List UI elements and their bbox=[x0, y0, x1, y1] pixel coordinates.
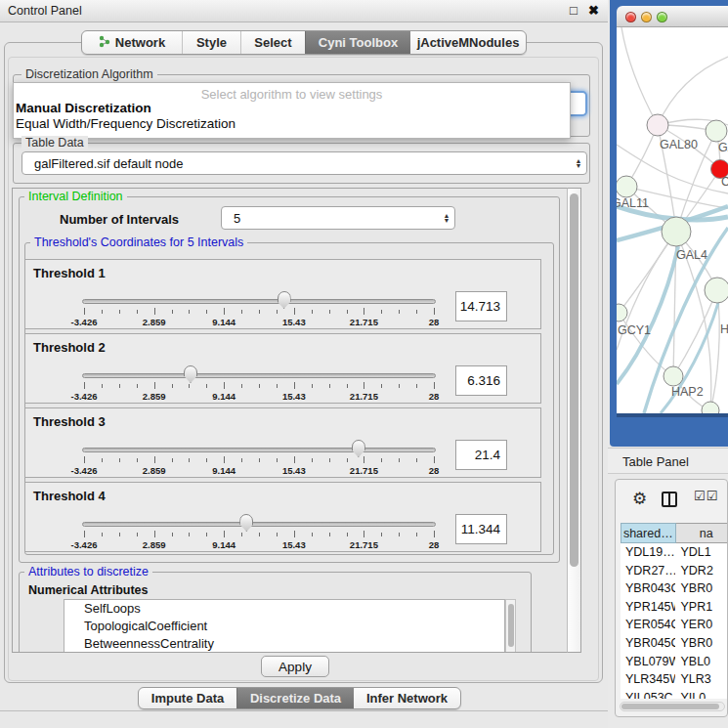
threshold-value-field[interactable]: 6.316 bbox=[455, 365, 507, 396]
table-panel-title: Table Panel bbox=[622, 454, 689, 469]
table-row[interactable]: YLR345WYLR3 bbox=[621, 670, 728, 689]
table-row[interactable]: YDR27…YDR2 bbox=[621, 562, 728, 580]
settings-scroll-viewport: Interval Definition Number of Intervals … bbox=[12, 188, 581, 653]
attribute-list-item[interactable]: SelfLoops bbox=[64, 600, 504, 618]
tick-label: 21.715 bbox=[350, 391, 378, 402]
minimize-traffic-light[interactable] bbox=[641, 12, 652, 22]
zoom-traffic-light[interactable] bbox=[657, 12, 667, 22]
popup-item-equal-width-frequency[interactable]: Equal Width/Frequency Discretization bbox=[14, 116, 570, 132]
threshold-slider-track[interactable] bbox=[82, 448, 436, 452]
threshold-value-field[interactable]: 14.713 bbox=[455, 291, 507, 321]
column-visibility-icon[interactable] bbox=[662, 492, 677, 507]
table-panel-header: Table Panel bbox=[608, 448, 728, 474]
network-tab-icon bbox=[99, 35, 110, 51]
threshold-slider-track[interactable] bbox=[82, 373, 436, 378]
tick-label: 9.144 bbox=[212, 539, 236, 550]
tick-label: 9.144 bbox=[212, 317, 236, 327]
network-node-node-top-right[interactable] bbox=[706, 120, 727, 142]
tick-label: -3.426 bbox=[71, 539, 98, 550]
table-panel-body: ⚙ ☑☑ shared… na YDL19…YDL1YDR27…YDR2YBR0… bbox=[615, 479, 728, 717]
tab-network-label: Network bbox=[115, 35, 165, 50]
threshold-panel-4: Threshold 4-3.4262.8599.14415.4321.71528… bbox=[24, 482, 541, 552]
attributes-title: Attributes to discretize bbox=[24, 565, 152, 578]
attributes-list-scrollbar[interactable] bbox=[505, 599, 516, 653]
table-settings-gear-icon[interactable]: ⚙ bbox=[632, 489, 647, 509]
discretization-algorithm-title: Discretization Algorithm bbox=[21, 67, 157, 81]
tab-discretize-data[interactable]: Discretize Data bbox=[236, 688, 354, 708]
node-label-red-node: C bbox=[721, 175, 728, 189]
network-node-HAP2[interactable] bbox=[664, 366, 683, 386]
slider-ticks bbox=[84, 456, 434, 465]
threshold-value-field[interactable]: 11.344 bbox=[455, 514, 507, 544]
tab-jactivemnodules[interactable]: jActiveMNodules bbox=[410, 31, 526, 54]
threshold-slider-thumb[interactable] bbox=[352, 440, 365, 457]
network-node-bottom-node[interactable] bbox=[702, 402, 719, 413]
tick-label: 28 bbox=[429, 539, 440, 550]
float-window-icon[interactable]: □ bbox=[570, 3, 578, 18]
close-traffic-light[interactable] bbox=[625, 12, 636, 22]
network-node-GAL4[interactable] bbox=[662, 217, 691, 246]
threshold-slider-thumb[interactable] bbox=[184, 365, 197, 383]
algorithm-dropdown-popup: Select algorithm to view settings Manual… bbox=[13, 82, 571, 139]
network-node-GAL11[interactable] bbox=[617, 176, 637, 197]
tab-infer-network[interactable]: Infer Network bbox=[354, 688, 460, 708]
column-header-shared-name[interactable]: shared… bbox=[621, 523, 676, 543]
threshold-panel-1: Threshold 1-3.4262.8599.14415.4321.71528… bbox=[24, 259, 541, 329]
table-horizontal-scrollbar[interactable] bbox=[620, 702, 725, 711]
table-row[interactable]: YBR045CYBR0 bbox=[621, 634, 728, 653]
threshold-slider-track[interactable] bbox=[82, 522, 436, 527]
combobox-arrows-icon: ▲▼ bbox=[439, 213, 454, 223]
node-label-GAL11: GAL11 bbox=[617, 196, 649, 210]
tick-label: 2.859 bbox=[143, 317, 166, 327]
tick-label: 15.43 bbox=[282, 391, 306, 402]
node-label-GAL4: GAL4 bbox=[676, 248, 707, 262]
tick-label: 2.859 bbox=[143, 391, 166, 402]
attribute-list-item[interactable]: BetweennessCentrality bbox=[64, 635, 504, 653]
network-node-GAL80[interactable] bbox=[647, 114, 668, 136]
threshold-slider-track[interactable] bbox=[82, 299, 436, 304]
attribute-list-item[interactable]: TopologicalCoefficient bbox=[64, 618, 504, 635]
tab-network[interactable]: Network bbox=[82, 31, 182, 54]
cyni-bottom-tabbar: Impute Data Discretize Data Infer Networ… bbox=[138, 687, 461, 709]
bottom-separator bbox=[0, 710, 608, 711]
settings-vertical-scrollbar[interactable] bbox=[567, 188, 581, 653]
tick-label: 15.43 bbox=[282, 317, 306, 327]
control-panel-titlebar: Control Panel □ ✖ bbox=[0, 0, 608, 22]
table-row[interactable]: YDL19…YDL1 bbox=[621, 543, 728, 562]
apply-button[interactable]: Apply bbox=[261, 656, 329, 677]
tick-label: 9.144 bbox=[212, 391, 236, 402]
tab-impute-data[interactable]: Impute Data bbox=[139, 688, 236, 708]
threshold-panel-3: Threshold 3-3.4262.8599.14415.4321.71528… bbox=[24, 407, 541, 478]
tab-select[interactable]: Select bbox=[240, 31, 305, 54]
threshold-label: Threshold 3 bbox=[33, 414, 106, 429]
select-rows-checkboxes-icon[interactable]: ☑☑ bbox=[694, 489, 718, 503]
threshold-panel-2: Threshold 2-3.4262.8599.14415.4321.71528… bbox=[24, 333, 541, 404]
node-label-node-top-right: GA bbox=[718, 141, 728, 154]
table-row[interactable]: YIL053CYIL0 bbox=[621, 689, 728, 699]
table-row[interactable]: YBR043CYBR0 bbox=[621, 579, 728, 598]
table-row[interactable]: YER054CYER0 bbox=[621, 616, 728, 634]
number-of-intervals-combobox[interactable]: 5 ▲▼ bbox=[221, 206, 455, 230]
table-data-combobox[interactable]: galFiltered.sif default node ▲▼ bbox=[21, 151, 587, 175]
table-row[interactable]: YPR145WYPR1 bbox=[621, 598, 728, 617]
tick-label: 21.715 bbox=[350, 539, 378, 550]
network-view-canvas[interactable]: GAL80GACGAL11GAL4HGCY1HAP2 bbox=[617, 27, 728, 413]
number-of-intervals-label: Number of Intervals bbox=[60, 212, 179, 227]
table-row[interactable]: YBL079WYBL0 bbox=[621, 653, 728, 671]
network-node-H-node[interactable] bbox=[705, 278, 728, 303]
tick-label: 28 bbox=[429, 391, 440, 402]
close-panel-icon[interactable]: ✖ bbox=[588, 3, 599, 18]
tick-label: -3.426 bbox=[71, 391, 98, 402]
network-node-GCY1[interactable] bbox=[617, 304, 627, 321]
numerical-attributes-list[interactable]: SelfLoopsTopologicalCoefficientBetweenne… bbox=[64, 599, 505, 653]
tab-cyni-toolbox[interactable]: Cyni Toolbox bbox=[305, 31, 410, 54]
threshold-slider-thumb[interactable] bbox=[278, 291, 291, 309]
network-window-titlebar[interactable] bbox=[617, 6, 728, 27]
numerical-attributes-label: Numerical Attributes bbox=[28, 583, 148, 597]
threshold-label: Threshold 1 bbox=[33, 266, 106, 280]
column-header-name[interactable]: na bbox=[676, 523, 728, 543]
tab-style[interactable]: Style bbox=[182, 31, 240, 54]
popup-item-manual-discretization[interactable]: Manual Discretization bbox=[14, 101, 570, 116]
threshold-slider-thumb[interactable] bbox=[239, 514, 253, 532]
threshold-value-field[interactable]: 21.4 bbox=[455, 440, 507, 470]
